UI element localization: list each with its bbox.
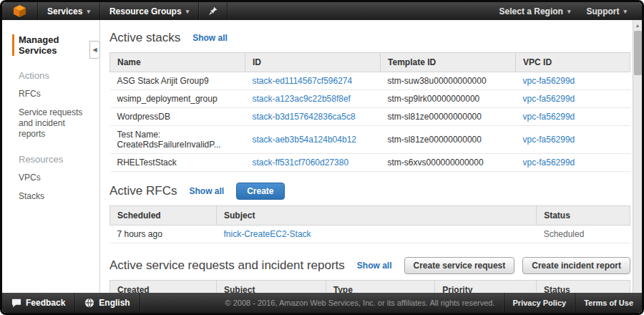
sidebar-item-service-requests[interactable]: Service requests and incident reports bbox=[19, 107, 93, 140]
app-window: Services ▾ Resource Groups ▾ Select a Re… bbox=[0, 0, 644, 315]
rfc-status: Scheduled bbox=[537, 226, 630, 243]
stack-template-id: stm-s6xvs000000000000 bbox=[381, 154, 516, 172]
stack-name: RHELTestStack bbox=[110, 154, 245, 172]
terms-of-use-link[interactable]: Terms of Use bbox=[575, 293, 642, 313]
active-requests-table: Created Subject Type Priority Status The… bbox=[109, 280, 630, 293]
active-rfcs-header: Active RFCs Show all Create bbox=[109, 183, 630, 200]
language-selector[interactable]: English bbox=[75, 293, 140, 313]
active-rfcs-title: Active RFCs bbox=[109, 184, 177, 198]
scrollbar-up-button[interactable]: ▲ bbox=[633, 20, 642, 30]
table-row: 7 hours ago fnick-CreateEC2-Stack Schedu… bbox=[110, 226, 630, 243]
feedback-button[interactable]: Feedback bbox=[2, 293, 75, 313]
sidebar-section-actions: Actions bbox=[19, 70, 99, 81]
requests-col-subject: Subject bbox=[217, 281, 326, 294]
nav-pin-shortcut[interactable] bbox=[199, 2, 228, 20]
stack-name: Test Name: CreateRdsFailureInvalidP... bbox=[110, 126, 245, 154]
active-rfcs-table: Scheduled Subject Status 7 hours ago fni… bbox=[109, 205, 630, 243]
stack-vpc-link[interactable]: vpc-fa56299d bbox=[523, 158, 575, 168]
nav-services-menu[interactable]: Services ▾ bbox=[38, 2, 100, 20]
stack-template-id: stm-sp9lrk00000000000 bbox=[381, 90, 516, 108]
active-requests-title: Active service requests and incident rep… bbox=[109, 258, 345, 273]
nav-resource-groups-label: Resource Groups bbox=[109, 6, 182, 16]
nav-region-menu[interactable]: Select a Region ▾ bbox=[492, 2, 579, 20]
top-nav-left: Services ▾ Resource Groups ▾ bbox=[2, 2, 228, 20]
table-row: RHELTestStack stack-ff531cf7060d27380 st… bbox=[110, 154, 630, 172]
create-rfc-button[interactable]: Create bbox=[236, 183, 284, 200]
stack-template-id: stm-suw38u00000000000 bbox=[381, 72, 516, 90]
globe-icon bbox=[84, 298, 94, 308]
table-row: wsimp_deployment_group stack-a123ac9c22b… bbox=[110, 90, 630, 108]
stacks-show-all-link[interactable]: Show all bbox=[192, 33, 228, 43]
stacks-col-template-id: Template ID bbox=[381, 53, 516, 72]
pushpin-icon bbox=[208, 6, 218, 16]
top-nav-right: Select a Region ▾ Support ▾ bbox=[492, 2, 642, 20]
footer-right: © 2008 - 2016, Amazon Web Services, Inc.… bbox=[217, 293, 642, 313]
caret-down-icon: ▾ bbox=[623, 8, 627, 15]
caret-down-icon: ▾ bbox=[186, 8, 190, 15]
stack-id-link[interactable]: stack-a123ac9c22b58f8ef bbox=[253, 94, 351, 104]
active-stacks-header: Active stacks Show all bbox=[109, 29, 630, 47]
nav-resource-groups-menu[interactable]: Resource Groups ▾ bbox=[100, 2, 199, 20]
stacks-col-vpc-id: VPC ID bbox=[516, 53, 630, 72]
sidebar: Managed Services Actions RFCs Service re… bbox=[2, 20, 100, 293]
caret-down-icon: ▾ bbox=[87, 8, 90, 15]
requests-col-type: Type bbox=[326, 281, 435, 294]
feedback-label: Feedback bbox=[26, 298, 65, 308]
stacks-col-id: ID bbox=[245, 53, 381, 72]
rfcs-col-subject: Subject bbox=[217, 206, 537, 226]
stack-vpc-link[interactable]: vpc-fa56299d bbox=[523, 135, 575, 145]
sidebar-item-stacks[interactable]: Stacks bbox=[19, 191, 93, 202]
create-service-request-button[interactable]: Create service request bbox=[404, 257, 515, 274]
create-incident-report-button[interactable]: Create incident report bbox=[522, 257, 630, 274]
table-row: WordpressDB stack-b3d157642836ca5c8 stm-… bbox=[110, 108, 630, 126]
chevron-left-icon: ◀ bbox=[92, 47, 97, 53]
stack-name: WordpressDB bbox=[110, 108, 245, 126]
stack-vpc-link[interactable]: vpc-fa56299d bbox=[523, 94, 575, 104]
sidebar-section-resources: Resources bbox=[19, 154, 99, 165]
stack-vpc-link[interactable]: vpc-fa56299d bbox=[523, 112, 575, 122]
sidebar-item-rfcs[interactable]: RFCs bbox=[19, 89, 93, 100]
rfc-subject-link[interactable]: fnick-CreateEC2-Stack bbox=[224, 229, 311, 239]
footer-bar: Feedback English © 2008 - 2016, Amazon W… bbox=[2, 293, 642, 313]
caret-down-icon: ▾ bbox=[567, 8, 571, 15]
scrollbar-thumb[interactable] bbox=[634, 31, 642, 75]
sidebar-collapse-button[interactable]: ◀ bbox=[89, 41, 100, 59]
stack-id-link[interactable]: stack-ff531cf7060d27380 bbox=[253, 158, 349, 168]
main-content: Active stacks Show all Name ID Template … bbox=[101, 20, 630, 293]
stack-vpc-link[interactable]: vpc-fa56299d bbox=[523, 76, 575, 86]
requests-col-status: Status bbox=[537, 281, 630, 294]
privacy-policy-link[interactable]: Privacy Policy bbox=[504, 293, 575, 313]
requests-col-created: Created bbox=[110, 281, 217, 294]
stack-name: wsimp_deployment_group bbox=[110, 90, 245, 108]
nav-support-menu[interactable]: Support ▾ bbox=[578, 2, 635, 20]
stack-template-id: stm-sl81ze00000000000 bbox=[381, 108, 516, 126]
stack-id-link[interactable]: stack-b3d157642836ca5c8 bbox=[253, 112, 356, 122]
requests-show-all-link[interactable]: Show all bbox=[357, 261, 392, 271]
aws-cube-icon bbox=[13, 4, 26, 18]
aws-logo[interactable] bbox=[2, 2, 38, 20]
active-requests-header: Active service requests and incident rep… bbox=[109, 257, 630, 274]
stack-id-link[interactable]: stack-ed1114567cf596274 bbox=[253, 76, 353, 86]
rfc-scheduled: 7 hours ago bbox=[110, 226, 217, 243]
nav-support-label: Support bbox=[586, 6, 619, 16]
sidebar-title-managed-services[interactable]: Managed Services bbox=[12, 34, 74, 56]
copyright-text: © 2008 - 2016, Amazon Web Services, Inc.… bbox=[217, 299, 504, 307]
active-stacks-title: Active stacks bbox=[109, 31, 180, 45]
requests-col-priority: Priority bbox=[435, 281, 537, 294]
language-label: English bbox=[99, 298, 130, 308]
nav-services-label: Services bbox=[47, 6, 82, 16]
rfcs-col-scheduled: Scheduled bbox=[110, 206, 217, 226]
stacks-col-name: Name bbox=[110, 53, 245, 72]
top-nav-bar: Services ▾ Resource Groups ▾ Select a Re… bbox=[2, 2, 642, 20]
vertical-scrollbar[interactable]: ▲ bbox=[633, 20, 642, 293]
rfcs-show-all-link[interactable]: Show all bbox=[189, 186, 224, 196]
nav-region-label: Select a Region bbox=[499, 6, 563, 16]
speech-bubble-icon bbox=[11, 299, 21, 308]
scroll-up-arrow-icon: ▲ bbox=[635, 23, 640, 28]
sidebar-item-vpcs[interactable]: VPCs bbox=[19, 173, 93, 183]
active-stacks-table: Name ID Template ID VPC ID ASG Stack Ari… bbox=[109, 52, 630, 172]
rfcs-col-status: Status bbox=[537, 206, 630, 226]
stack-id-link[interactable]: stack-aeb3b54a124b04b12 bbox=[253, 135, 356, 145]
stack-name: ASG Stack Arijit Group9 bbox=[110, 72, 245, 90]
table-row: ASG Stack Arijit Group9 stack-ed1114567c… bbox=[110, 72, 630, 90]
